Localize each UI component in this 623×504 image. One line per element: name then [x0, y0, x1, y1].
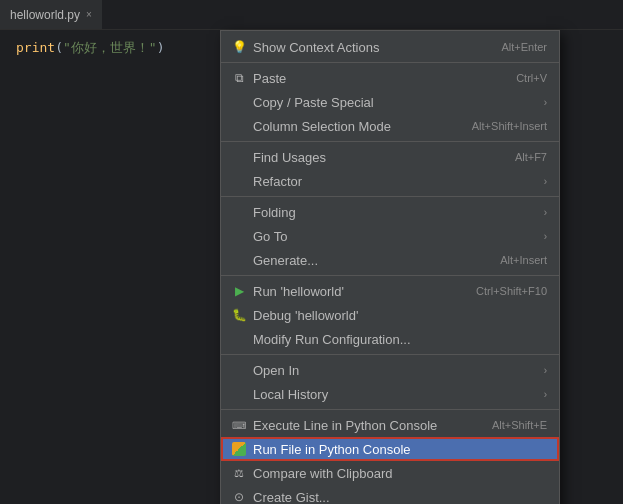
- tab-bar: helloworld.py ×: [0, 0, 623, 30]
- goto-icon: [231, 228, 247, 244]
- lightbulb-icon: 💡: [231, 39, 247, 55]
- menu-label-copy-paste-special: Copy / Paste Special: [253, 95, 374, 110]
- menu-label-run-helloworld: Run 'helloworld': [253, 284, 344, 299]
- separator-2: [221, 141, 559, 142]
- folding-icon: [231, 204, 247, 220]
- tab-close-button[interactable]: ×: [86, 9, 92, 20]
- menu-label-show-context-actions: Show Context Actions: [253, 40, 379, 55]
- menu-item-debug-helloworld[interactable]: 🐛 Debug 'helloworld': [221, 303, 559, 327]
- menu-label-debug-helloworld: Debug 'helloworld': [253, 308, 358, 323]
- find-icon: [231, 149, 247, 165]
- menu-label-generate: Generate...: [253, 253, 318, 268]
- menu-item-run-helloworld[interactable]: ▶ Run 'helloworld' Ctrl+Shift+F10: [221, 279, 559, 303]
- arrow-open-in: ›: [544, 365, 547, 376]
- modify-run-icon: [231, 331, 247, 347]
- menu-item-execute-line[interactable]: ⌨ Execute Line in Python Console Alt+Shi…: [221, 413, 559, 437]
- menu-label-modify-run: Modify Run Configuration...: [253, 332, 411, 347]
- menu-label-run-file: Run File in Python Console: [253, 442, 411, 457]
- menu-item-refactor[interactable]: Refactor ›: [221, 169, 559, 193]
- shortcut-execute-line: Alt+Shift+E: [492, 419, 547, 431]
- shortcut-paste: Ctrl+V: [516, 72, 547, 84]
- github-icon: ⊙: [231, 489, 247, 504]
- menu-item-copy-paste-special[interactable]: Copy / Paste Special ›: [221, 90, 559, 114]
- menu-label-column-selection: Column Selection Mode: [253, 119, 391, 134]
- menu-item-generate[interactable]: Generate... Alt+Insert: [221, 248, 559, 272]
- menu-item-column-selection[interactable]: Column Selection Mode Alt+Shift+Insert: [221, 114, 559, 138]
- menu-label-execute-line: Execute Line in Python Console: [253, 418, 437, 433]
- context-menu: 💡 Show Context Actions Alt+Enter ⧉ Paste…: [220, 30, 560, 504]
- menu-item-folding[interactable]: Folding ›: [221, 200, 559, 224]
- separator-1: [221, 62, 559, 63]
- menu-item-compare-clipboard[interactable]: ⚖ Compare with Clipboard: [221, 461, 559, 485]
- separator-4: [221, 275, 559, 276]
- compare-icon: ⚖: [231, 465, 247, 481]
- shortcut-column-selection: Alt+Shift+Insert: [472, 120, 547, 132]
- menu-item-open-in[interactable]: Open In ›: [221, 358, 559, 382]
- generate-icon: [231, 252, 247, 268]
- separator-5: [221, 354, 559, 355]
- arrow-local-history: ›: [544, 389, 547, 400]
- menu-item-go-to[interactable]: Go To ›: [221, 224, 559, 248]
- open-in-icon: [231, 362, 247, 378]
- arrow-folding: ›: [544, 207, 547, 218]
- separator-3: [221, 196, 559, 197]
- menu-label-local-history: Local History: [253, 387, 328, 402]
- refactor-icon: [231, 173, 247, 189]
- menu-label-find-usages: Find Usages: [253, 150, 326, 165]
- tab-label: helloworld.py: [10, 8, 80, 22]
- arrow-refactor: ›: [544, 176, 547, 187]
- menu-label-folding: Folding: [253, 205, 296, 220]
- paste-icon: ⧉: [231, 70, 247, 86]
- column-icon: [231, 118, 247, 134]
- shortcut-run-helloworld: Ctrl+Shift+F10: [476, 285, 547, 297]
- menu-item-find-usages[interactable]: Find Usages Alt+F7: [221, 145, 559, 169]
- editor-tab[interactable]: helloworld.py ×: [0, 0, 103, 29]
- menu-label-open-in: Open In: [253, 363, 299, 378]
- menu-label-refactor: Refactor: [253, 174, 302, 189]
- shortcut-find-usages: Alt+F7: [515, 151, 547, 163]
- menu-item-modify-run[interactable]: Modify Run Configuration...: [221, 327, 559, 351]
- arrow-goto: ›: [544, 231, 547, 242]
- arrow-copy-paste: ›: [544, 97, 547, 108]
- run-file-icon: [231, 441, 247, 457]
- menu-label-go-to: Go To: [253, 229, 287, 244]
- shortcut-show-context-actions: Alt+Enter: [501, 41, 547, 53]
- history-icon: [231, 386, 247, 402]
- execute-icon: ⌨: [231, 417, 247, 433]
- menu-item-paste[interactable]: ⧉ Paste Ctrl+V: [221, 66, 559, 90]
- run-icon: ▶: [231, 283, 247, 299]
- menu-item-show-context-actions[interactable]: 💡 Show Context Actions Alt+Enter: [221, 35, 559, 59]
- copy-paste-icon: [231, 94, 247, 110]
- shortcut-generate: Alt+Insert: [500, 254, 547, 266]
- menu-item-create-gist[interactable]: ⊙ Create Gist...: [221, 485, 559, 504]
- menu-item-run-file[interactable]: Run File in Python Console: [221, 437, 559, 461]
- separator-6: [221, 409, 559, 410]
- menu-label-create-gist: Create Gist...: [253, 490, 330, 505]
- menu-item-local-history[interactable]: Local History ›: [221, 382, 559, 406]
- menu-label-paste: Paste: [253, 71, 286, 86]
- menu-label-compare-clipboard: Compare with Clipboard: [253, 466, 392, 481]
- debug-icon: 🐛: [231, 307, 247, 323]
